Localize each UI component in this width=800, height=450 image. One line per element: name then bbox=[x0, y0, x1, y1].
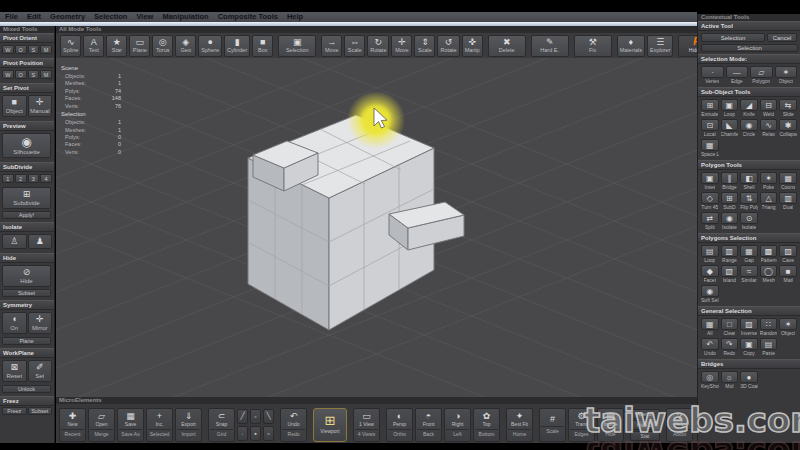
snap-mode-button[interactable]: ╱ bbox=[237, 409, 248, 424]
general-selection-button[interactable]: ▦ All bbox=[701, 318, 719, 336]
polygon-tool-button[interactable]: ⊞ SubD bbox=[721, 192, 739, 210]
pivot-orient-button[interactable]: M bbox=[40, 45, 52, 54]
material-tool-button[interactable]: ☰ Explorer bbox=[647, 35, 673, 57]
file-tool-button[interactable]: + Inc. Selected bbox=[146, 408, 173, 442]
freez-button[interactable]: Freez bbox=[2, 407, 27, 415]
transform-tool-button[interactable]: ↺ Rotate bbox=[437, 35, 459, 57]
general-selection-button[interactable]: ✶ Object bbox=[779, 318, 797, 336]
transform-tool-button[interactable]: ⇕ Scale bbox=[414, 35, 435, 57]
transform-tool-button[interactable]: ✜ Manip bbox=[462, 35, 483, 57]
sub-object-tool-button[interactable]: ▦ Space L bbox=[701, 139, 719, 157]
pivot-position-button[interactable]: O bbox=[15, 70, 27, 79]
primitive-tool-button[interactable]: ★ Star bbox=[106, 35, 127, 57]
sub-object-tool-button[interactable]: ◢ Knife bbox=[740, 99, 758, 117]
active-tool-primary-button[interactable]: Selection bbox=[701, 33, 765, 42]
polygon-tool-button[interactable]: ▦ Coons bbox=[779, 172, 797, 190]
best-fit-button[interactable]: ✦ Best Fit Home bbox=[506, 408, 533, 442]
pivot-position-button[interactable]: W bbox=[2, 70, 14, 79]
file-tool-button[interactable]: ✚ New Recent bbox=[59, 408, 86, 442]
pivot-orient-button[interactable]: S bbox=[28, 45, 40, 54]
selection-mode-button[interactable]: ― Edge bbox=[726, 66, 749, 84]
snap-mode-button[interactable]: ▪ bbox=[250, 426, 261, 441]
delete-button[interactable]: ✖ Delete bbox=[488, 35, 526, 57]
snap-mode-button[interactable]: ◦ bbox=[250, 409, 261, 424]
subdivide-level-button[interactable]: 3 bbox=[28, 174, 40, 183]
workplane-button[interactable]: ⊠ Reset bbox=[2, 360, 27, 382]
snap-mode-button[interactable]: ▫ bbox=[263, 426, 274, 441]
polygon-tool-button[interactable]: ◉ Isolate bbox=[721, 212, 739, 230]
one-view-button[interactable]: ▭ 1 View 4 Views bbox=[353, 408, 380, 442]
bridge-app-button[interactable]: ◎ KeyShot bbox=[701, 371, 719, 389]
fix-button[interactable]: ⚒ Fix bbox=[574, 35, 612, 57]
polygon-tool-button[interactable]: ⇅ Flip Poly bbox=[740, 192, 758, 210]
freez-button[interactable]: Subset bbox=[28, 407, 53, 415]
transform-tool-button[interactable]: ✛ Move bbox=[391, 35, 412, 57]
general-selection-button[interactable]: ▨ Inverse bbox=[740, 318, 758, 336]
polygon-tool-button[interactable]: ▥ Dual bbox=[779, 192, 797, 210]
selection-mode-button[interactable]: ∙ Vertex bbox=[701, 66, 724, 84]
primitive-tool-button[interactable]: ▭ Plane bbox=[129, 35, 150, 57]
camera-view-button[interactable]: ◓ Front Back bbox=[415, 408, 442, 442]
set-pivot-button[interactable]: ✛ Manual bbox=[28, 95, 53, 117]
camera-view-button[interactable]: ◑ Right Left bbox=[444, 408, 471, 442]
polygon-tool-button[interactable]: ⇄ Split bbox=[701, 212, 719, 230]
sub-object-tool-button[interactable]: ◣ Chamfer bbox=[721, 119, 739, 137]
transform-tool-button[interactable]: ↻ Rotate bbox=[367, 35, 389, 57]
primitive-tool-button[interactable]: ∿ Spline bbox=[60, 35, 81, 57]
polygon-tool-button[interactable]: ◇ Turn 45 bbox=[701, 192, 719, 210]
transform-tool-button[interactable]: ⇔ Scale bbox=[344, 35, 365, 57]
subdivide-level-button[interactable]: 2 bbox=[15, 174, 27, 183]
display-tool-button[interactable]: # Scale bbox=[539, 408, 566, 442]
polygon-tool-button[interactable]: ✶ Poke bbox=[760, 172, 778, 190]
polygons-selection-button[interactable]: ◉ Soft Sel bbox=[701, 285, 719, 303]
general-selection-button[interactable]: ∷ Random bbox=[760, 318, 778, 336]
sub-object-tool-button[interactable]: ✱ Collapse bbox=[779, 119, 797, 137]
snap-mode-button[interactable]: ╲ bbox=[263, 409, 274, 424]
polygon-tool-button[interactable]: △ Triang bbox=[760, 192, 778, 210]
polygon-tool-button[interactable]: ▣ Inset bbox=[701, 172, 719, 190]
primitive-tool-button[interactable]: A Text bbox=[83, 35, 104, 57]
viewport-3d[interactable]: Scene Objects: 1 Meshes: 1 Polys: 74 bbox=[56, 58, 697, 397]
viewport-button[interactable]: ⊞ Viewport bbox=[313, 408, 347, 442]
selection-mode-button[interactable]: ✶ Object bbox=[775, 66, 798, 84]
sub-object-tool-button[interactable]: ∿ Relax bbox=[760, 119, 778, 137]
undo-button[interactable]: ↶ Undo Redo bbox=[280, 408, 307, 442]
camera-view-button[interactable]: ◐ Persp Ortho bbox=[386, 408, 413, 442]
symmetry-button[interactable]: ✛ Mirror bbox=[28, 312, 53, 334]
transform-tool-button[interactable]: → Move bbox=[321, 35, 342, 57]
grid-toggle[interactable]: Grid bbox=[210, 429, 233, 437]
sub-object-tool-button[interactable]: ⊡ Local bbox=[701, 119, 719, 137]
four-views-button[interactable]: 4 Views bbox=[355, 429, 378, 437]
redo-button[interactable]: Redo bbox=[282, 429, 305, 437]
polygons-selection-button[interactable]: ▤ Loop bbox=[701, 245, 719, 263]
file-tool-button[interactable]: ⇓ Export Import bbox=[175, 408, 202, 442]
subdivide-level-button[interactable]: 1 bbox=[2, 174, 14, 183]
menu-item[interactable]: Manipulation bbox=[162, 13, 208, 21]
camera-view-button[interactable]: ✿ Top Bottom bbox=[473, 408, 500, 442]
menu-item[interactable]: Help bbox=[287, 13, 303, 21]
apply-button[interactable]: Apply! bbox=[2, 211, 51, 219]
primitive-tool-button[interactable]: ▮ Cylinder bbox=[224, 35, 250, 57]
silhouette-button[interactable]: ◉ Silhouette bbox=[2, 133, 51, 158]
subdivide-level-button[interactable]: 4 bbox=[40, 174, 52, 183]
hard-edge-button[interactable]: ✎ Hard E. bbox=[531, 35, 569, 57]
pivot-orient-button[interactable]: O bbox=[15, 45, 27, 54]
symmetry-plane-button[interactable]: Plane bbox=[2, 337, 51, 345]
menu-item[interactable]: View bbox=[136, 13, 153, 21]
polygons-selection-button[interactable]: ■ Matl bbox=[779, 265, 797, 283]
sub-object-tool-button[interactable]: ⇆ Slide bbox=[779, 99, 797, 117]
primitive-tool-button[interactable]: ◎ Torus bbox=[152, 35, 173, 57]
file-tool-button[interactable]: ▦ Save Save As bbox=[117, 408, 144, 442]
bridge-app-button[interactable]: ● 3D Coat bbox=[740, 371, 758, 389]
polygons-selection-button[interactable]: ▥ Range bbox=[721, 245, 739, 263]
pivot-orient-button[interactable]: W bbox=[2, 45, 14, 54]
general-selection-button[interactable]: ↶ Undo bbox=[701, 338, 719, 356]
polygons-selection-button[interactable]: ▩ Pattern bbox=[760, 245, 778, 263]
primitive-tool-button[interactable]: ● Sphere bbox=[198, 35, 222, 57]
polygons-selection-button[interactable]: ▦ Gap bbox=[740, 245, 758, 263]
polygons-selection-button[interactable]: ◯ Mesh bbox=[760, 265, 778, 283]
primitive-tool-button[interactable]: ◈ Geo bbox=[175, 35, 196, 57]
snap-mode-button[interactable]: ∙ bbox=[237, 426, 248, 441]
primitive-tool-button[interactable]: ■ Box bbox=[252, 35, 273, 57]
menu-item[interactable]: Selection bbox=[94, 13, 127, 21]
